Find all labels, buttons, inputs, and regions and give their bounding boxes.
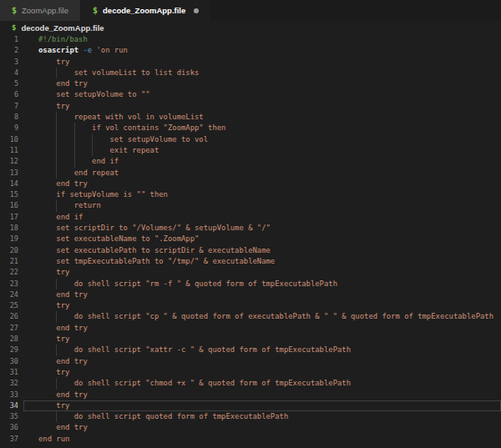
code-token-string: do shell script quoted form of tmpExecut… bbox=[38, 412, 288, 420]
code-line[interactable]: 12 end if bbox=[0, 156, 501, 167]
code-line[interactable]: 27 end try bbox=[0, 323, 501, 334]
code-line[interactable]: 18 set scriptDir to "/Volumes/" & setupV… bbox=[0, 223, 501, 234]
code-line[interactable]: 14 end try bbox=[0, 179, 501, 189]
indent-guide bbox=[56, 411, 57, 422]
code-line[interactable]: 37end run bbox=[0, 434, 501, 445]
code-token-string: end try bbox=[38, 423, 88, 431]
indent-guide bbox=[56, 168, 57, 179]
code-token-string: set executableName to ".ZoomApp" bbox=[38, 234, 199, 243]
indent-guide bbox=[74, 156, 75, 167]
breadcrumb-file-label: decode_ZoomApp.file bbox=[21, 23, 104, 33]
code-line[interactable]: 9 if vol contains "ZoomApp" then bbox=[0, 123, 501, 133]
code-line[interactable]: 20 set executablePath to scriptDir & exe… bbox=[0, 245, 501, 256]
code-editor[interactable]: 1#!/bin/bash2osascript -e 'on run3 try4 … bbox=[0, 34, 501, 445]
line-number: 37 bbox=[0, 434, 23, 445]
line-number: 30 bbox=[0, 356, 23, 367]
line-number: 7 bbox=[0, 101, 23, 112]
indent-guide bbox=[56, 68, 57, 78]
code-lines: 1#!/bin/bash2osascript -e 'on run3 try4 … bbox=[0, 34, 501, 445]
code-token-string: end if bbox=[38, 213, 83, 221]
code-token-string: end try bbox=[38, 357, 88, 365]
vscode-window: $ ZoomApp.file $ decode_ZoomApp.file $ d… bbox=[0, 0, 501, 448]
code-line[interactable]: 10 set setupVolume to vol bbox=[0, 134, 501, 145]
code-token-string: end if bbox=[38, 157, 119, 165]
code-line[interactable]: 29 do shell script "xattr -c " & quoted … bbox=[0, 345, 501, 355]
code-line[interactable]: 11 exit repeat bbox=[0, 145, 501, 156]
code-token-string: 'on run bbox=[96, 46, 127, 54]
code-token-string: end try bbox=[38, 179, 88, 188]
line-number: 18 bbox=[0, 223, 23, 234]
code-token-command: osascript bbox=[38, 46, 83, 54]
code-line[interactable]: 4 set volumeList to list disks bbox=[0, 68, 501, 78]
code-line[interactable]: 13 end repeat bbox=[0, 168, 501, 179]
code-line[interactable]: 22 try bbox=[0, 267, 501, 278]
code-line[interactable]: 25 try bbox=[0, 300, 501, 311]
indent-guide bbox=[56, 123, 57, 133]
indent-guide bbox=[56, 279, 57, 289]
code-line[interactable]: 31 try bbox=[0, 367, 501, 378]
code-line[interactable]: 32 do shell script "chmod +x " & quoted … bbox=[0, 378, 501, 389]
code-line[interactable]: 5 end try bbox=[0, 78, 501, 89]
code-token-string: end try bbox=[38, 390, 88, 399]
code-line[interactable]: 2osascript -e 'on run bbox=[0, 45, 501, 56]
tab-zoomapp-file[interactable]: $ ZoomApp.file bbox=[0, 0, 80, 21]
code-line[interactable]: 23 do shell script "rm -f " & quoted for… bbox=[0, 279, 501, 289]
line-number: 24 bbox=[0, 289, 23, 300]
code-line[interactable]: 35 do shell script quoted form of tmpExe… bbox=[0, 411, 501, 422]
line-number: 23 bbox=[0, 279, 23, 289]
code-token-string: if vol contains "ZoomApp" then bbox=[38, 123, 225, 132]
indent-guide bbox=[92, 145, 93, 156]
line-number: 3 bbox=[0, 57, 23, 68]
line-number: 34 bbox=[0, 400, 23, 411]
code-line[interactable]: 3 try bbox=[0, 57, 501, 68]
code-line[interactable]: 26 do shell script "cp " & quoted form o… bbox=[0, 311, 501, 322]
tab-bar-filler bbox=[210, 0, 501, 21]
indent-guide bbox=[56, 156, 57, 167]
code-token-string: try bbox=[38, 368, 69, 376]
code-line[interactable]: 34 try bbox=[0, 400, 501, 411]
code-line[interactable]: 24 end try bbox=[0, 289, 501, 300]
line-number: 2 bbox=[0, 45, 23, 56]
code-line[interactable]: 16 return bbox=[0, 200, 501, 211]
code-token-string: if setupVolume is "" then bbox=[38, 190, 168, 199]
code-token-string: end try bbox=[38, 324, 88, 332]
code-line[interactable]: 8 repeat with vol in volumeList bbox=[0, 112, 501, 123]
line-number: 10 bbox=[0, 134, 23, 145]
code-line[interactable]: 30 end try bbox=[0, 356, 501, 367]
code-line[interactable]: 19 set executableName to ".ZoomApp" bbox=[0, 234, 501, 244]
shell-file-icon: $ bbox=[12, 24, 16, 32]
code-line[interactable]: 15 if setupVolume is "" then bbox=[0, 189, 501, 200]
code-token-flag: -e bbox=[83, 46, 96, 54]
indent-guide bbox=[56, 112, 57, 123]
line-number: 32 bbox=[0, 378, 23, 389]
line-number: 5 bbox=[0, 78, 23, 89]
code-line[interactable]: 17 end if bbox=[0, 212, 501, 223]
code-line[interactable]: 1#!/bin/bash bbox=[0, 34, 501, 45]
line-number: 20 bbox=[0, 245, 23, 256]
line-number: 8 bbox=[0, 112, 23, 123]
code-line[interactable]: 6 set setupVolume to "" bbox=[0, 89, 501, 100]
code-line[interactable]: 21 set tmpExecutablePath to "/tmp/" & ex… bbox=[0, 256, 501, 267]
code-token-string: end try bbox=[38, 290, 88, 299]
tab-decode-zoomapp-file[interactable]: $ decode_ZoomApp.file bbox=[81, 0, 210, 21]
tab-bar: $ ZoomApp.file $ decode_ZoomApp.file bbox=[0, 0, 501, 21]
breadcrumb[interactable]: $ decode_ZoomApp.file bbox=[0, 21, 501, 34]
line-number: 22 bbox=[0, 267, 23, 278]
code-token-string: end repeat bbox=[38, 169, 119, 177]
line-number: 9 bbox=[0, 123, 23, 133]
tab-label: decode_ZoomApp.file bbox=[103, 6, 185, 15]
line-number: 27 bbox=[0, 323, 23, 334]
code-line[interactable]: 7 try bbox=[0, 101, 501, 112]
indent-guide bbox=[56, 345, 57, 355]
line-number: 4 bbox=[0, 68, 23, 78]
line-number: 6 bbox=[0, 89, 23, 100]
code-token-string: end run bbox=[38, 435, 69, 443]
code-line[interactable]: 28 try bbox=[0, 334, 501, 345]
indent-guide bbox=[74, 134, 75, 145]
code-token-string: repeat with vol in volumeList bbox=[38, 113, 204, 121]
indent-guide bbox=[56, 145, 57, 156]
line-number: 16 bbox=[0, 200, 23, 211]
modified-dot-icon[interactable] bbox=[194, 8, 199, 13]
code-line[interactable]: 33 end try bbox=[0, 390, 501, 400]
code-line[interactable]: 36 end try bbox=[0, 422, 501, 433]
